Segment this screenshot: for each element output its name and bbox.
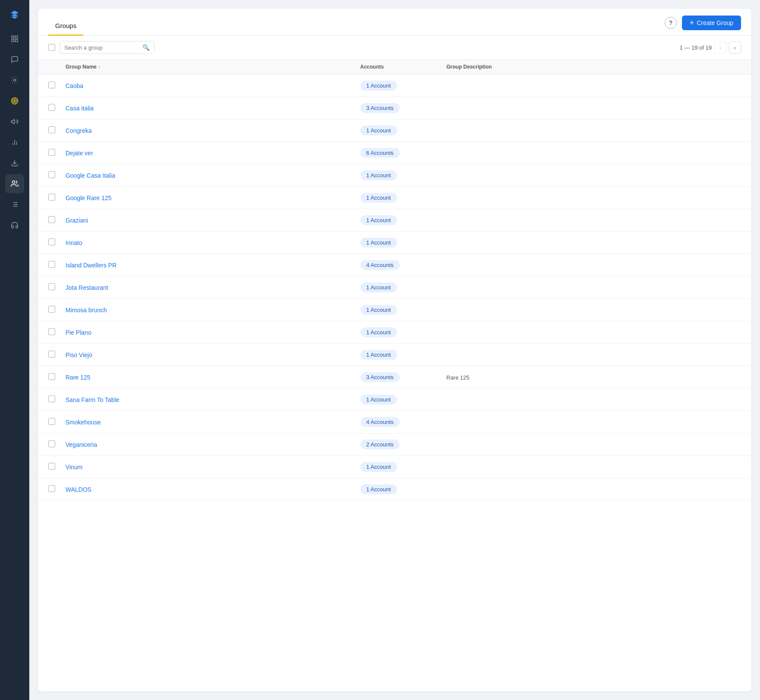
- row-checkbox-18[interactable]: [48, 485, 55, 492]
- col-checkbox-header: [48, 64, 66, 70]
- row-accounts-cell: 1 Account: [360, 81, 447, 91]
- sidebar-item-starred[interactable]: [5, 71, 24, 90]
- row-checkbox-cell: [48, 104, 66, 113]
- plus-icon: +: [690, 19, 694, 27]
- row-checkbox-10[interactable]: [48, 306, 55, 313]
- row-checkbox-0[interactable]: [48, 82, 55, 88]
- row-checkbox-cell: [48, 194, 66, 202]
- search-box: 🔍: [59, 41, 154, 54]
- row-checkbox-7[interactable]: [48, 239, 55, 245]
- table-header: Group Name ↑ Accounts Group Description: [38, 60, 751, 75]
- row-checkbox-cell: [48, 418, 66, 427]
- group-name-link-13[interactable]: Rare 125: [66, 374, 91, 381]
- sidebar-item-reports[interactable]: [5, 133, 24, 152]
- table-row: Google Casa Italia 1 Account: [38, 164, 751, 187]
- group-name-link-12[interactable]: Piso Viejo: [66, 352, 92, 358]
- group-name-link-1[interactable]: Casa italia: [66, 105, 94, 112]
- tab-groups[interactable]: Groups: [48, 17, 83, 36]
- sidebar-item-downloads[interactable]: [5, 154, 24, 173]
- row-accounts-cell: 1 Account: [360, 215, 447, 225]
- table-container: Group Name ↑ Accounts Group Description …: [38, 60, 751, 691]
- group-name-link-7[interactable]: Innato: [66, 239, 82, 246]
- row-checkbox-14[interactable]: [48, 396, 55, 402]
- groups-card: Groups ? + Create Group 🔍 1 — 19 of 19: [38, 9, 751, 691]
- row-checkbox-4[interactable]: [48, 171, 55, 178]
- card-header: Groups ? + Create Group: [38, 9, 751, 36]
- row-checkbox-16[interactable]: [48, 440, 55, 447]
- row-checkbox-1[interactable]: [48, 104, 55, 111]
- row-checkbox-8[interactable]: [48, 261, 55, 268]
- sidebar-item-target[interactable]: [5, 91, 24, 110]
- group-name-link-0[interactable]: Caoba: [66, 82, 83, 89]
- group-name-link-15[interactable]: Smokehouse: [66, 419, 101, 426]
- group-name-link-9[interactable]: Jota Restaurant: [66, 284, 108, 291]
- row-group-name-cell: Casa italia: [66, 104, 360, 112]
- row-checkbox-15[interactable]: [48, 418, 55, 425]
- sort-arrow-icon: ↑: [98, 64, 101, 69]
- row-checkbox-cell: [48, 396, 66, 404]
- row-checkbox-13[interactable]: [48, 373, 55, 380]
- group-name-link-16[interactable]: Veganiceria: [66, 441, 97, 448]
- group-name-link-10[interactable]: Mimosa brunch: [66, 307, 107, 314]
- row-checkbox-17[interactable]: [48, 463, 55, 470]
- sidebar-item-support[interactable]: [5, 216, 24, 235]
- accounts-badge-12: 1 Account: [360, 350, 397, 360]
- svg-point-15: [14, 100, 16, 102]
- help-button[interactable]: ?: [665, 17, 677, 29]
- accounts-badge-16: 2 Accounts: [360, 439, 400, 449]
- toolbar: 🔍 1 — 19 of 19 ‹ ›: [38, 36, 751, 60]
- row-checkbox-6[interactable]: [48, 216, 55, 223]
- row-group-name-cell: Pie Plano: [66, 329, 360, 336]
- main-content: Groups ? + Create Group 🔍 1 — 19 of 19: [29, 0, 760, 700]
- group-name-link-18[interactable]: WALDOS: [66, 486, 91, 493]
- group-name-link-8[interactable]: Island Dwellers PR: [66, 262, 116, 269]
- accounts-badge-8: 4 Accounts: [360, 260, 400, 270]
- group-name-link-6[interactable]: Graziani: [66, 217, 88, 224]
- row-checkbox-9[interactable]: [48, 283, 55, 290]
- group-name-link-2[interactable]: Congreka: [66, 127, 92, 134]
- row-checkbox-cell: [48, 306, 66, 314]
- row-group-name-cell: Innato: [66, 239, 360, 247]
- next-page-button[interactable]: ›: [729, 41, 741, 53]
- row-checkbox-cell: [48, 171, 66, 180]
- row-accounts-cell: 1 Account: [360, 126, 447, 135]
- row-checkbox-3[interactable]: [48, 149, 55, 156]
- row-group-name-cell: Mimosa brunch: [66, 306, 360, 314]
- sidebar-item-campaigns[interactable]: [5, 112, 24, 131]
- select-all-checkbox[interactable]: [48, 44, 55, 51]
- row-checkbox-cell: [48, 82, 66, 90]
- row-checkbox-2[interactable]: [48, 126, 55, 133]
- group-name-link-14[interactable]: Sana Farm To Table: [66, 396, 119, 403]
- sidebar-item-lists[interactable]: [5, 195, 24, 214]
- row-group-name-cell: Congreka: [66, 127, 360, 135]
- svg-point-21: [13, 181, 15, 183]
- accounts-badge-4: 1 Account: [360, 170, 397, 180]
- svg-line-11: [12, 82, 13, 83]
- row-group-name-cell: Google Rare 125: [66, 194, 360, 202]
- table-row: Rare 125 3 Accounts Rare 125: [38, 366, 751, 389]
- sidebar-item-messages[interactable]: [5, 50, 24, 69]
- row-accounts-cell: 6 Accounts: [360, 148, 447, 158]
- row-checkbox-5[interactable]: [48, 194, 55, 201]
- row-accounts-cell: 1 Account: [360, 350, 447, 360]
- group-name-link-5[interactable]: Google Rare 125: [66, 195, 112, 201]
- table-row: Island Dwellers PR 4 Accounts: [38, 254, 751, 276]
- prev-page-button[interactable]: ‹: [714, 41, 726, 53]
- group-name-link-17[interactable]: Vinum: [66, 464, 82, 471]
- search-input[interactable]: [64, 44, 139, 51]
- row-group-name-cell: Sana Farm To Table: [66, 396, 360, 404]
- logo-icon[interactable]: [5, 5, 24, 24]
- sidebar-item-users[interactable]: [5, 174, 24, 193]
- row-checkbox-11[interactable]: [48, 328, 55, 335]
- accounts-badge-17: 1 Account: [360, 462, 397, 472]
- row-group-name-cell: Piso Viejo: [66, 351, 360, 359]
- group-name-link-11[interactable]: Pie Plano: [66, 329, 91, 336]
- row-checkbox-cell: [48, 373, 66, 382]
- group-name-link-3[interactable]: Dejate ver: [66, 150, 93, 157]
- group-name-link-4[interactable]: Google Casa Italia: [66, 172, 115, 179]
- sidebar-item-dashboard[interactable]: [5, 29, 24, 48]
- table-body: Caoba 1 Account Casa italia 3 Accounts C…: [38, 75, 751, 501]
- create-group-button[interactable]: + Create Group: [682, 16, 741, 30]
- row-checkbox-12[interactable]: [48, 351, 55, 358]
- row-checkbox-cell: [48, 216, 66, 225]
